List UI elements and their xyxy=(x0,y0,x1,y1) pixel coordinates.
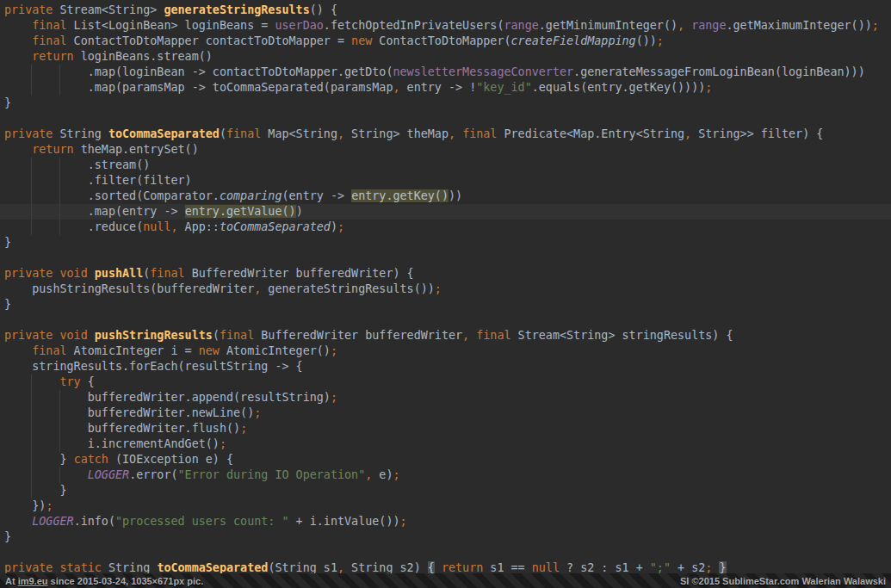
indent-guide xyxy=(31,436,59,452)
code-token: ; xyxy=(393,468,399,481)
code-token: entry.getValue() xyxy=(185,205,296,218)
code-token: BufferedWriter bufferedWriter) { xyxy=(185,267,414,280)
code-token: String xyxy=(53,127,108,140)
code-token: bufferedWriter.flush() xyxy=(88,422,240,435)
code-token: pushStringResults xyxy=(95,329,213,342)
indent xyxy=(4,467,32,483)
code-line xyxy=(0,251,891,266)
code-token: new xyxy=(199,344,220,357)
code-token: String xyxy=(102,561,158,573)
code-token: pushAll xyxy=(95,267,143,280)
code-token: } xyxy=(4,298,11,311)
indent xyxy=(4,34,32,49)
code-token: i.incrementAndGet() xyxy=(88,437,220,450)
code-line: .map(loginBean -> contactToDtoMapper.get… xyxy=(0,65,891,80)
code-line: private static String toCommaSeparated(S… xyxy=(0,560,891,573)
code-token: .error( xyxy=(129,468,177,481)
indent xyxy=(4,173,32,189)
code-editor[interactable]: private Stream<String> generateStringRes… xyxy=(0,0,891,573)
code-token: }) xyxy=(32,499,46,512)
code-token: bufferedWriter.newLine() xyxy=(88,406,254,419)
indent-guide xyxy=(31,405,59,421)
indent-guide xyxy=(59,467,88,483)
code-token: createFieldMapping xyxy=(511,34,636,47)
indent xyxy=(4,436,32,452)
indent xyxy=(4,374,32,390)
code-token xyxy=(53,561,59,573)
code-line xyxy=(0,545,891,560)
indent xyxy=(4,282,32,297)
code-token: ( xyxy=(220,127,226,140)
code-token: ; xyxy=(337,220,344,233)
code-token: .map(paramsMap -> toCommaSeparated(param… xyxy=(88,81,393,94)
indent-guide xyxy=(59,189,88,204)
indent-guide xyxy=(59,220,88,235)
code-token: String> theMap xyxy=(344,127,449,140)
indent xyxy=(4,220,32,235)
code-token: String>> filter) { xyxy=(691,127,823,140)
code-token: .map(entry -> xyxy=(88,205,185,218)
code-token: ; xyxy=(46,499,53,512)
code-token: theMap.entrySet() xyxy=(74,143,199,156)
code-token: App:: xyxy=(178,220,220,233)
code-line: return theMap.entrySet() xyxy=(0,142,891,158)
status-left-prefix: At xyxy=(5,576,18,586)
code-line: .sorted(Comparator.comparing(entry -> en… xyxy=(0,189,891,204)
code-token: (String s1 xyxy=(268,561,337,573)
code-line: } xyxy=(0,235,891,251)
code-token: .getMinimumInteger() xyxy=(539,19,678,32)
code-token: Predicate<Map.Entry<String xyxy=(497,127,684,140)
code-token: static xyxy=(60,561,102,573)
code-line xyxy=(0,313,891,328)
code-token: .info( xyxy=(74,515,115,528)
indent-guide xyxy=(59,65,88,80)
code-token: ( xyxy=(213,329,220,342)
code-token: BufferedWriter bufferedWriter xyxy=(254,329,462,342)
code-line: try { xyxy=(0,374,891,390)
code-line: } catch (IOException e) { xyxy=(0,452,891,467)
indent xyxy=(4,421,32,436)
code-token: } xyxy=(4,530,11,543)
indent xyxy=(4,65,32,80)
code-token: return xyxy=(32,50,73,63)
indent xyxy=(4,49,32,65)
code-token: private xyxy=(4,561,53,573)
code-token: ; xyxy=(400,515,407,528)
code-line: private void pushStringResults(final Buf… xyxy=(0,328,891,344)
code-line: return loginBeans.stream() xyxy=(0,49,891,65)
code-line: .stream() xyxy=(0,158,891,173)
code-token: newsletterMessageConverter xyxy=(393,65,573,78)
code-token: } xyxy=(719,561,726,573)
code-token: , xyxy=(337,127,344,140)
indent xyxy=(4,405,32,421)
indent xyxy=(4,158,32,173)
code-token: ()) xyxy=(636,34,657,47)
code-token: ) xyxy=(296,205,303,218)
status-right-credit: SI ©2015 SublimeStar.com Walerian Walaws… xyxy=(680,576,886,586)
code-token: new xyxy=(351,34,372,47)
code-token: ? s2 : s1 + xyxy=(560,561,650,573)
code-line: bufferedWriter.newLine(); xyxy=(0,405,891,421)
indent-guide xyxy=(31,421,59,436)
status-left: At im9.eu since 2015-03-24, 1035×671px p… xyxy=(5,576,203,586)
code-token: List<LoginBean> loginBeans = xyxy=(67,19,275,32)
code-token: + s2 xyxy=(671,561,705,573)
code-token: toCommaSeparated xyxy=(157,561,268,573)
indent-guide xyxy=(31,80,59,96)
indent xyxy=(4,452,32,467)
code-token: userDao xyxy=(275,19,323,32)
status-site-link[interactable]: im9.eu xyxy=(18,576,48,586)
code-line: private String toCommaSeparated(final Ma… xyxy=(0,127,891,142)
code-token: .reduce( xyxy=(88,220,144,233)
code-token: private xyxy=(4,127,53,140)
indent-guide xyxy=(59,390,88,405)
code-line: bufferedWriter.append(resultString); xyxy=(0,390,891,405)
code-token: , xyxy=(171,220,178,233)
indent-guide xyxy=(59,158,88,173)
code-token: generateStringResults xyxy=(164,3,309,16)
code-token: .sorted(Comparator. xyxy=(88,189,220,202)
code-token: (IOException e) { xyxy=(108,453,233,466)
code-token: pushStringResults(bufferedWriter xyxy=(32,282,254,295)
indent-guide xyxy=(31,374,59,390)
indent-guide xyxy=(31,65,59,80)
